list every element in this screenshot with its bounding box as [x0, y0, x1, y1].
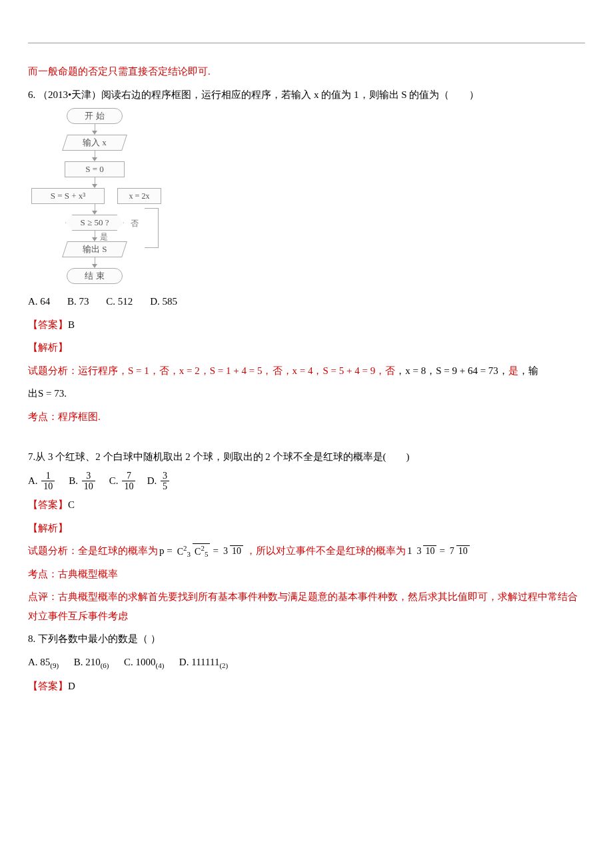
flow-side: x = 2x [117, 188, 161, 204]
q7-analysis: 试题分析：全是红球的概率为 p = C23 C25 = 310 ，所以对立事件不… [28, 541, 585, 561]
q7-opt-b: B. 310 [69, 471, 97, 492]
flow-input: 输入 x [62, 135, 127, 151]
flow-init: S = 0 [65, 161, 125, 177]
q8-opt-d: D. 111111(2) [179, 657, 228, 667]
q7-opt-c: C. 710 [109, 471, 137, 492]
q8-answer: 【答案】D [28, 677, 585, 696]
flow-cond: S ≥ 50 ? [65, 215, 124, 231]
q6-opt-b: B. 73 [67, 296, 89, 307]
q7-jiexi: 【解析】 [28, 519, 585, 538]
q6-analysis-2: 出S = 73. [28, 384, 585, 403]
q7-kaodian: 考点：古典概型概率 [28, 565, 585, 584]
q8-options: A. 85(9) B. 210(6) C. 1000(4) D. 111111(… [28, 653, 585, 673]
q8-stem: 8. 下列各数中最小的数是（ ） [28, 629, 585, 649]
flow-end: 结 束 [67, 268, 123, 284]
q8-opt-c: C. 1000(4) [124, 657, 164, 667]
q6-opt-d: D. 585 [150, 296, 177, 307]
q6-options: A. 64 B. 73 C. 512 D. 585 [28, 292, 585, 311]
flow-assign: S = S + x³ [31, 188, 105, 204]
q6-opt-a: A. 64 [28, 296, 50, 307]
q6-jiexi: 【解析】 [28, 338, 585, 357]
q7-opt-a: A. 110 [28, 471, 56, 492]
q6-answer: 【答案】B [28, 315, 585, 335]
q7-stem: 7.从 3 个红球、2 个白球中随机取出 2 个球，则取出的 2 个球不全是红球… [28, 447, 585, 467]
flow-no-label: 否 [131, 216, 139, 231]
q7-opt-d: D. 35 [147, 471, 171, 492]
q7-answer: 【答案】C [28, 495, 585, 515]
q6-analysis: 试题分析：运行程序，S = 1，否，x = 2，S = 1 + 4 = 5，否，… [28, 361, 585, 381]
q6-kaodian: 考点：程序框图. [28, 407, 585, 427]
flow-output: 输出 S [62, 241, 127, 257]
flow-start: 开 始 [67, 108, 123, 124]
q6-stem: 6. （2013•天津）阅读右边的程序框图，运行相应的程序，若输入 x 的值为 … [28, 85, 585, 105]
q6-opt-c: C. 512 [106, 296, 133, 307]
q8-opt-b: B. 210(6) [74, 657, 109, 667]
intro-text: 而一般命题的否定只需直接否定结论即可. [28, 62, 585, 81]
top-rule [28, 43, 585, 43]
q8-opt-a: A. 85(9) [28, 657, 59, 667]
q7-options: A. 110 B. 310 C. 710 D. 35 [28, 471, 585, 492]
q7-dianping: 点评：古典概型概率的求解首先要找到所有基本事件种数与满足题意的基本事件种数，然后… [28, 587, 585, 625]
flowchart: 开 始 输入 x S = 0 S = S + x³ x = 2x S ≥ 50 … [28, 108, 161, 287]
